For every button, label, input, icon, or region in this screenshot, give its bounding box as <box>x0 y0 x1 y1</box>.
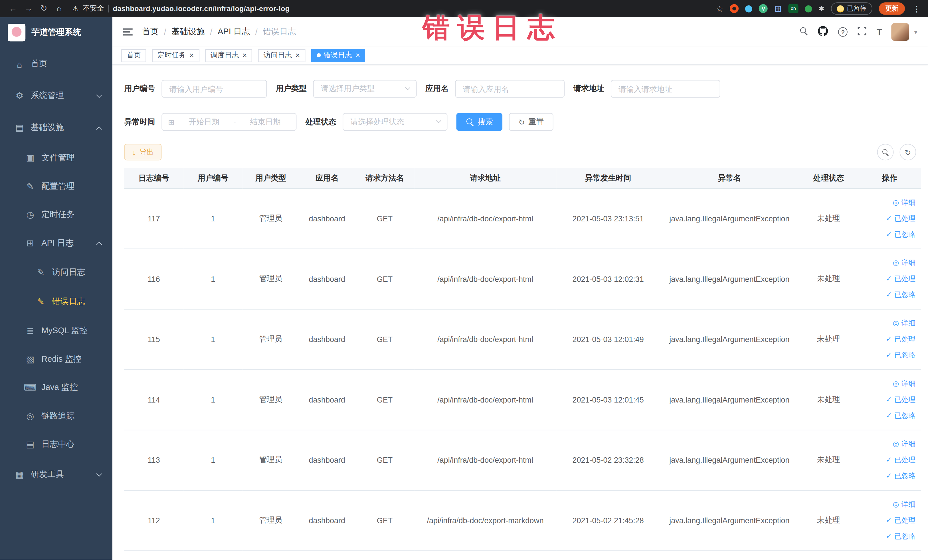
action-processed[interactable]: ✓已处理 <box>886 211 916 226</box>
browser-back-icon[interactable]: ← <box>6 0 20 17</box>
sidebar-item-infrastructure[interactable]: ▤基础设施 <box>0 112 112 144</box>
extension-grid-icon[interactable]: ⊞ <box>774 4 781 13</box>
action-detail[interactable]: ◎详细 <box>893 375 916 391</box>
tab-label: 定时任务 <box>157 50 186 60</box>
chevron-down-icon: ▾ <box>914 28 917 36</box>
sidebar-item-access-log[interactable]: ✎访问日志 <box>0 257 112 287</box>
search-icon <box>466 118 474 126</box>
sidebar-item-file-management[interactable]: ▣文件管理 <box>0 144 112 172</box>
paused-badge[interactable]: 已暂停 <box>831 2 872 15</box>
user-type-select[interactable]: 请选择用户类型 <box>313 80 417 98</box>
sidebar-item-scheduled-tasks[interactable]: ◷定时任务 <box>0 201 112 229</box>
filter-process-status: 处理状态 请选择处理状态 <box>305 113 447 131</box>
action-processed[interactable]: ✓已处理 <box>886 452 916 468</box>
sidebar-item-home[interactable]: ⌂首页 <box>0 48 112 80</box>
fullscreen-icon[interactable] <box>858 26 867 37</box>
browser-reload-icon[interactable]: ↻ <box>37 0 51 17</box>
action-processed[interactable]: ✓已处理 <box>886 331 916 347</box>
config-management-icon: ✎ <box>24 181 37 192</box>
sidebar-item-redis-monitor[interactable]: ▧Redis 监控 <box>0 345 112 374</box>
sidebar-item-error-log[interactable]: ✎错误日志 <box>0 287 112 317</box>
help-icon[interactable]: ? <box>838 27 847 37</box>
search-icon[interactable] <box>800 26 808 37</box>
font-size-icon[interactable]: T <box>877 27 882 37</box>
reset-button[interactable]: ↻ 重置 <box>509 113 553 131</box>
action-processed[interactable]: ✓已处理 <box>886 391 916 407</box>
sidebar-item-label: 文件管理 <box>41 153 75 163</box>
user-id-input[interactable] <box>162 80 267 98</box>
sidebar-item-api-log[interactable]: ⊞API 日志 <box>0 229 112 258</box>
app-frame: 芋道管理系统 ⌂首页⚙系统管理▤基础设施▣文件管理✎配置管理◷定时任务⊞API … <box>0 17 928 560</box>
cell: 117 <box>124 188 183 249</box>
extension-icon-vue[interactable]: V <box>759 4 768 13</box>
app-name-input[interactable] <box>455 80 565 98</box>
sidebar-item-config-management[interactable]: ✎配置管理 <box>0 172 112 201</box>
toggle-search-button[interactable] <box>877 144 894 160</box>
extension-icon-green[interactable] <box>805 5 812 12</box>
app-logo[interactable]: 芋道管理系统 <box>0 17 112 48</box>
request-url-input[interactable] <box>611 80 720 98</box>
extension-paw-icon[interactable]: ✱ <box>818 5 824 13</box>
update-button[interactable]: 更新 <box>879 2 905 15</box>
cell: GET <box>355 309 414 369</box>
mysql-monitor-icon: ≣ <box>24 325 37 336</box>
tab-error-log[interactable]: 错误日志× <box>311 49 365 62</box>
process-status-select[interactable]: 请选择处理状态 <box>343 113 447 131</box>
user-avatar[interactable] <box>891 23 909 41</box>
extension-icon-blue[interactable] <box>745 5 752 12</box>
hamburger-icon[interactable] <box>123 29 133 36</box>
filter-row-1: 用户编号 用户类型 请选择用户类型 应用名 <box>124 80 919 98</box>
bookmark-star-icon[interactable]: ☆ <box>716 4 723 13</box>
breadcrumb-item[interactable]: API 日志 <box>218 26 250 37</box>
tab-access-log[interactable]: 访问日志× <box>258 49 305 62</box>
cell: 未处理 <box>799 188 858 249</box>
filter-form: 用户编号 用户类型 请选择用户类型 应用名 <box>124 80 919 131</box>
sidebar-item-system-management[interactable]: ⚙系统管理 <box>0 80 112 112</box>
close-icon[interactable]: × <box>296 51 300 59</box>
eye-icon: ◎ <box>893 315 899 331</box>
action-ignored[interactable]: ✓已忽略 <box>886 407 916 423</box>
action-processed[interactable]: ✓已处理 <box>886 512 916 528</box>
tab-scheduled-tasks[interactable]: 定时任务× <box>152 49 199 62</box>
cell: 2021-05-02 21:45:28 <box>556 490 660 551</box>
chevron-down-icon <box>436 118 441 123</box>
sidebar-item-dev-tools[interactable]: ▦研发工具 <box>0 459 112 491</box>
action-detail[interactable]: ◎详细 <box>893 436 916 452</box>
breadcrumb-item[interactable]: 基础设施 <box>171 26 205 37</box>
sidebar-item-log-center[interactable]: ▤日志中心 <box>0 430 112 459</box>
sidebar-item-mysql-monitor[interactable]: ≣MySQL 监控 <box>0 317 112 345</box>
action-detail[interactable]: ◎详细 <box>893 315 916 331</box>
action-ignored[interactable]: ✓已忽略 <box>886 226 916 243</box>
breadcrumb-item[interactable]: 首页 <box>142 26 159 37</box>
close-icon[interactable]: × <box>243 51 247 59</box>
extension-icon-orange[interactable] <box>730 4 739 13</box>
close-icon[interactable]: × <box>189 51 194 59</box>
date-range-picker[interactable]: ⊞ 开始日期 - 结束日期 <box>162 113 296 131</box>
table-row: 1141管理员dashboardGET/api/infra/db-doc/exp… <box>124 369 921 430</box>
github-icon[interactable] <box>818 26 828 38</box>
close-icon[interactable]: × <box>356 51 360 59</box>
link-trace-icon: ◎ <box>24 411 37 421</box>
refresh-icon: ↻ <box>905 148 911 157</box>
action-detail[interactable]: ◎详细 <box>893 255 916 271</box>
sidebar-item-java-monitor[interactable]: ⌨Java 监控 <box>0 374 112 402</box>
emoji-face-icon <box>837 5 844 12</box>
action-ignored[interactable]: ✓已忽略 <box>886 468 916 484</box>
export-button[interactable]: ↓ 导出 <box>124 144 162 160</box>
tab-schedule-log[interactable]: 调度日志× <box>205 49 252 62</box>
address-bar[interactable]: ⚠ 不安全 dashboard.yudao.iocoder.cn/infra/l… <box>72 3 290 14</box>
refresh-button[interactable]: ↻ <box>899 144 916 160</box>
search-button[interactable]: 搜索 <box>456 113 503 131</box>
action-ignored[interactable]: ✓已忽略 <box>886 287 916 303</box>
extension-on-badge[interactable]: on <box>788 4 798 13</box>
browser-menu-icon[interactable]: ⋮ <box>911 4 922 13</box>
browser-home-icon[interactable]: ⌂ <box>52 0 66 17</box>
browser-forward-icon[interactable]: → <box>21 0 36 17</box>
tab-home[interactable]: 首页 <box>121 49 146 62</box>
action-ignored[interactable]: ✓已忽略 <box>886 347 916 363</box>
action-processed[interactable]: ✓已处理 <box>886 271 916 287</box>
action-detail[interactable]: ◎详细 <box>893 496 916 512</box>
action-detail[interactable]: ◎详细 <box>893 195 916 211</box>
sidebar-item-link-trace[interactable]: ◎链路追踪 <box>0 402 112 430</box>
action-ignored[interactable]: ✓已忽略 <box>886 528 916 544</box>
